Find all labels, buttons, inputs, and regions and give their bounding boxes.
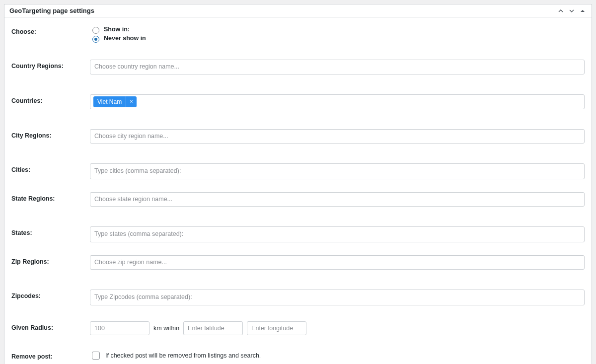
latitude-input[interactable] [183,321,243,335]
panel-move-up-icon[interactable] [557,7,565,15]
row-country-regions: Country Regions: Choose country region n… [11,57,585,77]
label-country-regions: Country Regions: [11,60,90,70]
panel-header: GeoTargeting page settings [4,4,592,17]
remove-post-checkbox[interactable] [92,352,100,360]
label-choose: Choose: [11,25,90,35]
radio-never-show-in-text: Never show in [104,34,146,43]
state-regions-placeholder: Choose state region name... [93,194,173,205]
geotargeting-settings-panel: GeoTargeting page settings Choose: Show … [4,4,592,364]
longitude-input[interactable] [247,321,306,335]
country-tag-remove-icon[interactable]: × [126,96,136,107]
city-regions-placeholder: Choose city region name... [93,131,169,142]
country-tag-label: Viet Nam [93,96,126,107]
label-cities: Cities: [11,163,90,173]
radius-value-input[interactable] [90,321,149,335]
label-countries: Countries: [11,94,90,104]
radio-never-show-in[interactable] [92,36,99,43]
country-regions-input[interactable]: Choose country region name... [90,60,585,74]
row-choose: Choose: Show in: Never show in [11,22,585,46]
panel-toggle-icon[interactable] [579,7,587,15]
country-regions-placeholder: Choose country region name... [93,62,180,73]
row-city-regions: City Regions: Choose city region name... [11,126,585,147]
label-states: States: [11,226,90,236]
radius-unit-label: km within [153,325,179,332]
city-regions-input[interactable]: Choose city region name... [90,129,585,144]
remove-post-description: If checked post will be removed from lis… [105,352,261,359]
panel-title: GeoTargeting page settings [9,7,94,14]
panel-body: Choose: Show in: Never show in Country R… [4,17,592,364]
radio-show-in[interactable] [92,27,99,34]
states-input[interactable] [90,226,585,242]
row-cities: Cities: [11,160,585,182]
row-countries: Countries: Viet Nam × [11,91,585,112]
radio-never-show-in-label[interactable]: Never show in [90,34,585,43]
zip-regions-input[interactable]: Choose zip region name... [90,255,585,270]
row-state-regions: State Regions: Choose state region name.… [11,189,585,210]
radio-show-in-label[interactable]: Show in: [90,25,585,34]
zip-regions-placeholder: Choose zip region name... [93,257,168,268]
row-remove-post: Remove post: If checked post will be rem… [11,347,585,364]
panel-move-down-icon[interactable] [568,7,576,15]
countries-input[interactable]: Viet Nam × [90,94,585,109]
row-given-radius: Given Radius: km within [11,318,585,338]
label-state-regions: State Regions: [11,192,90,202]
label-zipcodes: Zipcodes: [11,290,90,299]
row-zipcodes: Zipcodes: [11,287,585,308]
zipcodes-input[interactable] [90,290,585,305]
label-city-regions: City Regions: [11,129,90,139]
country-tag: Viet Nam × [93,96,137,107]
row-zip-regions: Zip Regions: Choose zip region name... [11,252,585,273]
label-given-radius: Given Radius: [11,321,90,331]
label-remove-post: Remove post: [11,350,90,360]
choose-radios: Show in: Never show in [90,25,585,43]
row-states: States: [11,223,585,245]
state-regions-input[interactable]: Choose state region name... [90,192,585,207]
cities-input[interactable] [90,163,585,179]
radio-show-in-text: Show in: [104,25,130,34]
panel-controls [557,7,587,15]
label-zip-regions: Zip Regions: [11,255,90,265]
